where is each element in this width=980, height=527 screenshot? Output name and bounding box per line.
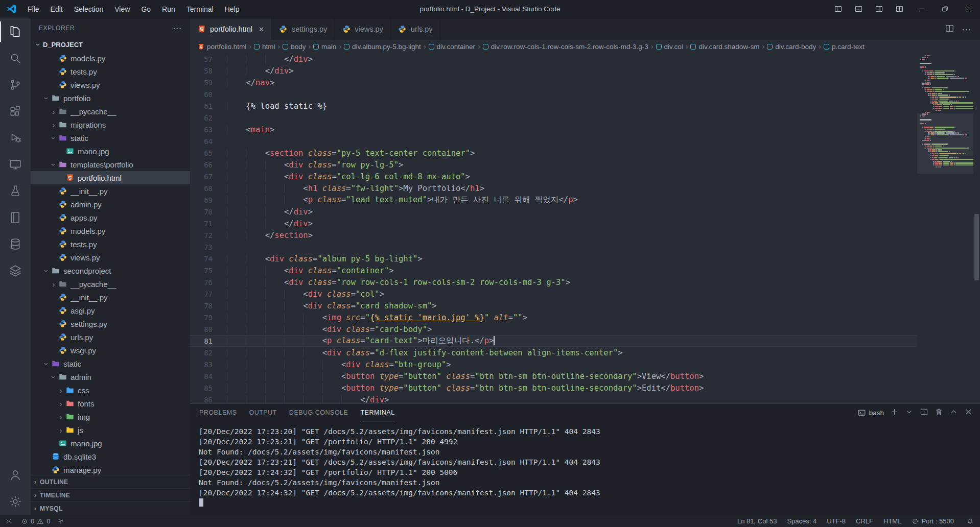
code-line-62[interactable]: 62 xyxy=(190,112,917,124)
code-line-63[interactable]: 63 <main> xyxy=(190,124,917,135)
activitybar-explorer[interactable] xyxy=(0,18,31,45)
tree-item-secondproject[interactable]: ›secondproject xyxy=(31,264,190,277)
tree-item-wsgi-py[interactable]: wsgi.py xyxy=(31,344,190,357)
split-editor-icon[interactable] xyxy=(945,23,954,35)
workspace-root-folder[interactable]: › D_PROJECT xyxy=(31,38,190,52)
breadcrumb-item-div-row-row-cols-1-row-cols-sm[interactable]: div.row.row-cols-1.row-cols-sm-2.row-col… xyxy=(483,43,648,51)
status-cursor-position[interactable]: Ln 81, Col 53 xyxy=(732,517,782,525)
code-line-83[interactable]: 83 <div class="btn-group"> xyxy=(190,358,917,370)
code-line-72[interactable]: 72 </section> xyxy=(190,229,917,241)
close-panel-icon[interactable] xyxy=(964,408,973,418)
status-eol[interactable]: CRLF xyxy=(851,517,878,525)
activitybar-search[interactable] xyxy=(0,45,31,71)
notifications-bell-icon[interactable] xyxy=(963,515,980,527)
activitybar-notebook[interactable] xyxy=(0,204,31,231)
explorer-more-actions-icon[interactable]: ⋯ xyxy=(173,23,182,34)
code-line-59[interactable]: 59 </nav> xyxy=(190,77,917,88)
tree-item-mario-jpg[interactable]: mario.jpg xyxy=(31,437,190,450)
tree-item-css[interactable]: ›css xyxy=(31,384,190,397)
code-line-79[interactable]: 79 <img src="{% static 'mario.jpg' %}" a… xyxy=(190,312,917,323)
code-line-76[interactable]: 76 <div class="row row-cols-1 row-cols-s… xyxy=(190,276,917,288)
tree-item-img[interactable]: ›img xyxy=(31,410,190,423)
menu-go[interactable]: Go xyxy=(135,0,156,18)
tab-views-py[interactable]: views.py xyxy=(335,18,391,40)
menu-file[interactable]: File xyxy=(22,0,45,18)
customize-layout-button[interactable] xyxy=(889,0,909,18)
status-live-server-port[interactable]: Port : 5500 xyxy=(906,517,959,525)
code-line-77[interactable]: 77 <div class="col"> xyxy=(190,288,917,300)
breadcrumb-item-div-card-body[interactable]: div.card-body xyxy=(767,43,816,51)
breadcrumb-item-main[interactable]: main xyxy=(313,43,336,51)
tree-item-templates-portfolio[interactable]: ›templates\portfolio xyxy=(31,158,190,171)
breadcrumb-item-div-card-shadow-sm[interactable]: div.card.shadow-sm xyxy=(690,43,759,51)
code-line-57[interactable]: 57 </div> xyxy=(190,53,917,65)
sidebar-section-mysql[interactable]: ›MYSQL xyxy=(31,501,190,515)
activitybar-run-and-debug[interactable] xyxy=(0,125,31,151)
code-line-68[interactable]: 68 <h1 class="fw-light">My Portfolio</h1… xyxy=(190,182,917,194)
breadcrumb-item-div-col[interactable]: div.col xyxy=(656,43,683,51)
tree-item-init-py[interactable]: __init__.py xyxy=(31,184,190,198)
code-editor[interactable]: 57 </div>58 </div>59 </nav>6061 {% load … xyxy=(190,53,980,403)
tree-item-fonts[interactable]: ›fonts xyxy=(31,397,190,410)
breadcrumb-item-html[interactable]: html xyxy=(254,43,275,51)
code-line-66[interactable]: 66 <div class="row py-lg-5"> xyxy=(190,159,917,171)
sidebar-section-timeline[interactable]: ›TIMELINE xyxy=(31,488,190,501)
tree-item-init-py[interactable]: __init__.py xyxy=(31,291,190,304)
activitybar-remote-explorer[interactable] xyxy=(0,151,31,178)
code-line-74[interactable]: 74 <div class="album py-5 bg-light"> xyxy=(190,253,917,265)
tree-item-portfolio[interactable]: ›portfolio xyxy=(31,91,190,105)
minimap[interactable] xyxy=(917,53,973,403)
menu-run[interactable]: Run xyxy=(156,0,181,18)
activitybar-accounts[interactable] xyxy=(0,462,31,488)
editor-more-actions-icon[interactable]: ⋯ xyxy=(962,23,972,35)
status-encoding[interactable]: UTF-8 xyxy=(822,517,851,525)
kill-terminal-icon[interactable] xyxy=(935,408,943,418)
panel-tab-debug-console[interactable]: DEBUG CONSOLE xyxy=(289,404,348,421)
tree-item-manage-py[interactable]: manage.py xyxy=(31,463,190,475)
tree-item-pycache[interactable]: ›__pycache__ xyxy=(31,277,190,291)
tree-item-apps-py[interactable]: apps.py xyxy=(31,211,190,224)
terminal-shell-selector[interactable]: bash xyxy=(857,409,884,417)
tree-item-models-py[interactable]: models.py xyxy=(31,224,190,237)
close-window-button[interactable] xyxy=(956,0,980,18)
code-line-82[interactable]: 82 <div class="d-flex justify-content-be… xyxy=(190,347,917,358)
terminal-profile-chevron-icon[interactable] xyxy=(905,408,914,418)
tree-item-static[interactable]: ›static xyxy=(31,357,190,370)
breadcrumb-item-div-album-py-5-bg-light[interactable]: div.album.py-5.bg-light xyxy=(344,43,421,51)
code-line-64[interactable]: 64 xyxy=(190,135,917,147)
panel-tab-problems[interactable]: PROBLEMS xyxy=(199,404,237,421)
breadcrumb-item-portfolio-html[interactable]: portfolio.html xyxy=(197,43,246,51)
activitybar-testing[interactable] xyxy=(0,178,31,204)
activitybar-layers[interactable] xyxy=(0,257,31,284)
code-line-70[interactable]: 70 </div> xyxy=(190,206,917,218)
code-line-69[interactable]: 69 <p class="lead text-muted">내가 만든 사진 너… xyxy=(190,194,917,206)
panel-tab-terminal[interactable]: TERMINAL xyxy=(360,404,394,421)
panel-tab-output[interactable]: OUTPUT xyxy=(249,404,276,421)
breadcrumb-item-p-card-text[interactable]: p.card-text xyxy=(824,43,865,51)
tree-item-tests-py[interactable]: tests.py xyxy=(31,65,190,78)
code-line-71[interactable]: 71 </div> xyxy=(190,218,917,229)
terminal-output[interactable]: [20/Dec/2022 17:23:20] "GET /docs/5.2/as… xyxy=(190,421,980,515)
tree-item-mario-jpg[interactable]: mario.jpg xyxy=(31,145,190,158)
tree-item-admin-py[interactable]: admin.py xyxy=(31,198,190,211)
code-line-86[interactable]: 86 </div> xyxy=(190,394,917,403)
toggle-secondary-sidebar-button[interactable] xyxy=(869,0,889,18)
tab-portfolio-html[interactable]: portfolio.html✕ xyxy=(190,18,272,40)
sidebar-section-outline[interactable]: ›OUTLINE xyxy=(31,475,190,488)
minimize-button[interactable] xyxy=(909,0,933,18)
menu-terminal[interactable]: Terminal xyxy=(181,0,219,18)
code-line-84[interactable]: 84 <button type="button" class="btn btn-… xyxy=(190,370,917,382)
tree-item-asgi-py[interactable]: asgi.py xyxy=(31,304,190,317)
tab-urls-py[interactable]: urls.py xyxy=(391,18,440,40)
code-line-78[interactable]: 78 <div class="card shadow-sm"> xyxy=(190,300,917,312)
toggle-primary-sidebar-button[interactable] xyxy=(828,0,848,18)
tree-item-js[interactable]: ›js xyxy=(31,423,190,437)
activitybar-database[interactable] xyxy=(0,231,31,257)
code-line-73[interactable]: 73 xyxy=(190,241,917,253)
breadcrumb-item-body[interactable]: body xyxy=(283,43,306,51)
menu-view[interactable]: View xyxy=(109,0,135,18)
code-line-85[interactable]: 85 <button type="button" class="btn btn-… xyxy=(190,382,917,394)
tree-item-views-py[interactable]: views.py xyxy=(31,251,190,264)
tab-settings-py[interactable]: settings.py xyxy=(272,18,335,40)
remote-indicator[interactable] xyxy=(0,515,17,527)
